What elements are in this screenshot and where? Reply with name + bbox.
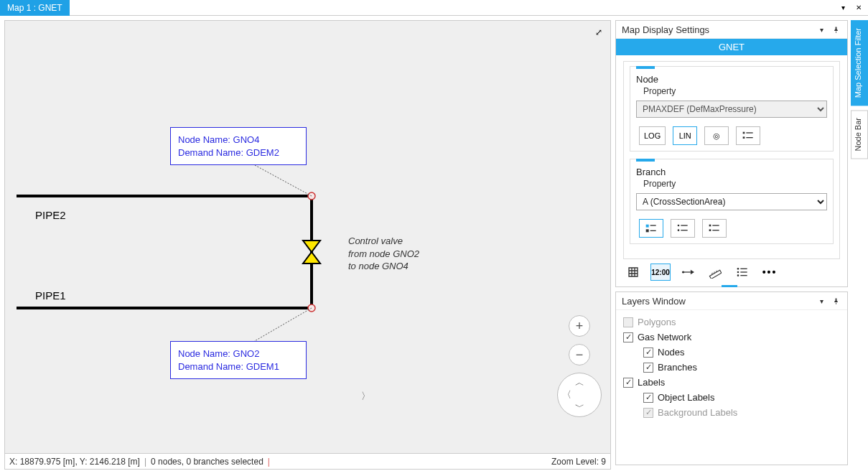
valve-line: Control valve (348, 235, 419, 248)
label-line: Demand Name: GDEM1 (178, 360, 299, 373)
close-icon[interactable]: ✕ (852, 1, 865, 14)
svg-line-7 (253, 164, 312, 196)
label-line: Node Name: GNO4 (178, 134, 299, 146)
branch-fieldset: Branch Property A (CrossSectionArea) (630, 159, 834, 244)
status-coords: X: 18879.975 [m], Y: 2146.218 [m] (9, 457, 140, 467)
checkbox[interactable] (643, 363, 653, 373)
svg-marker-6 (303, 252, 320, 264)
layer-label: Background Labels (658, 407, 737, 418)
layer-labels[interactable]: Labels (623, 375, 840, 390)
node-property-label: Property (636, 86, 827, 96)
layer-gas-network[interactable]: Gas Network (623, 330, 840, 345)
minimize-icon[interactable]: ▾ (836, 1, 849, 14)
map-canvas[interactable]: ⤢ Node Name: GNO4 Demand N (5, 21, 610, 453)
svg-marker-26 (691, 270, 694, 274)
checkbox[interactable] (623, 332, 633, 342)
dropdown-icon[interactable]: ▾ (816, 295, 827, 307)
svg-rect-16 (650, 230, 656, 231)
svg-marker-5 (303, 241, 320, 252)
time-button[interactable]: 12:00 (650, 264, 671, 281)
layer-label: Object Labels (658, 392, 715, 403)
svg-rect-28 (709, 270, 722, 279)
flow-arrow-icon[interactable] (678, 264, 698, 281)
status-bar: X: 18879.975 [m], Y: 2146.218 [m] | 0 no… (5, 453, 610, 469)
valve-label: Control valve from node GNO2 to node GNO… (348, 235, 419, 273)
pin-icon[interactable] (830, 24, 841, 35)
list-mode-icon[interactable] (671, 219, 695, 238)
layer-background-labels[interactable]: Background Labels (623, 405, 840, 420)
svg-point-17 (678, 225, 680, 227)
svg-rect-22 (712, 225, 719, 225)
layer-label: Nodes (658, 347, 685, 358)
fill-mode-icon[interactable] (639, 219, 663, 238)
lin-button[interactable]: LIN (673, 126, 697, 145)
node-property-select[interactable]: PMAXDEF (DefMaxPressure) (636, 101, 827, 118)
grid-icon[interactable] (623, 264, 643, 281)
list-icon[interactable] (732, 264, 752, 281)
svg-rect-13 (646, 225, 649, 228)
checkbox[interactable] (643, 408, 653, 418)
svg-rect-18 (681, 225, 687, 225)
svg-point-27 (682, 271, 684, 273)
layers-panel: Layers Window ▾ Polygons Gas Network (615, 292, 848, 465)
svg-point-34 (737, 271, 739, 274)
svg-rect-9 (743, 132, 745, 134)
pin-icon[interactable] (830, 295, 841, 307)
right-column: Map Display Settings ▾ GNET Node Propert… (614, 16, 851, 471)
legend-icon[interactable] (736, 126, 760, 145)
layer-label: Gas Network (638, 332, 691, 342)
checkbox[interactable] (623, 317, 633, 327)
checkbox[interactable] (623, 378, 633, 388)
status-zoom: Zoom Level: 9 (551, 457, 606, 467)
more-icon[interactable]: ••• (760, 264, 780, 281)
label-line: Node Name: GNO2 (178, 348, 299, 360)
dropdown-icon[interactable]: ▾ (816, 24, 827, 35)
svg-point-32 (737, 268, 739, 270)
contour-icon[interactable]: ◎ (704, 126, 729, 145)
layer-label: Labels (638, 377, 665, 388)
map-controls: + − ︿ ﹀ 〈 〉 (557, 315, 602, 417)
legend2-icon[interactable] (702, 219, 727, 238)
tab-node-bar[interactable]: Node Bar (851, 110, 868, 159)
tab-map-selection-filter[interactable]: Map Selection Filter (851, 20, 868, 106)
gnet-bar[interactable]: GNET (616, 39, 847, 55)
gnet-label: GNET (719, 42, 745, 52)
layer-branches[interactable]: Branches (623, 360, 840, 375)
side-tabs: Map Selection Filter Node Bar (851, 16, 868, 471)
checkbox[interactable] (643, 393, 653, 403)
layer-object-labels[interactable]: Object Labels (623, 390, 840, 405)
log-button[interactable]: LOG (639, 126, 666, 145)
ruler-icon[interactable] (705, 264, 725, 281)
layer-nodes[interactable]: Nodes (623, 345, 840, 360)
tool-row: 12:00 ••• (616, 259, 847, 286)
map-tab[interactable]: Map 1 : GNET (0, 0, 70, 16)
svg-rect-10 (747, 132, 753, 133)
branch-title: Branch (636, 167, 827, 177)
node-fieldset: Node Property PMAXDEF (DefMaxPressure) L… (630, 66, 834, 151)
zoom-in-button[interactable]: + (569, 315, 590, 337)
layer-polygons[interactable]: Polygons (623, 314, 840, 330)
branch-property-label: Property (636, 179, 827, 189)
panel-header: Layers Window ▾ (616, 292, 847, 310)
svg-rect-24 (712, 230, 719, 230)
pan-control[interactable]: ︿ ﹀ 〈 〉 (557, 373, 602, 417)
svg-rect-21 (709, 225, 711, 227)
panel-header: Map Display Settings ▾ (616, 21, 847, 39)
svg-rect-14 (650, 225, 656, 225)
zoom-out-button[interactable]: − (569, 344, 590, 365)
svg-rect-11 (743, 136, 745, 139)
svg-line-29 (712, 273, 713, 274)
label-line: Demand Name: GDEM2 (178, 146, 299, 159)
node-label-gno4: Node Name: GNO4 Demand Name: GDEM2 (170, 127, 307, 165)
svg-rect-33 (740, 269, 747, 269)
branch-property-select[interactable]: A (CrossSectionArea) (636, 193, 827, 210)
svg-rect-23 (709, 229, 711, 231)
layer-label: Branches (658, 362, 697, 373)
svg-rect-35 (740, 271, 747, 272)
svg-line-8 (253, 308, 312, 342)
svg-rect-20 (681, 230, 687, 230)
status-selection: 0 nodes, 0 branches selected (151, 457, 263, 467)
node-title: Node (636, 74, 827, 85)
checkbox[interactable] (643, 348, 653, 358)
valve-line: to node GNO4 (348, 260, 419, 273)
